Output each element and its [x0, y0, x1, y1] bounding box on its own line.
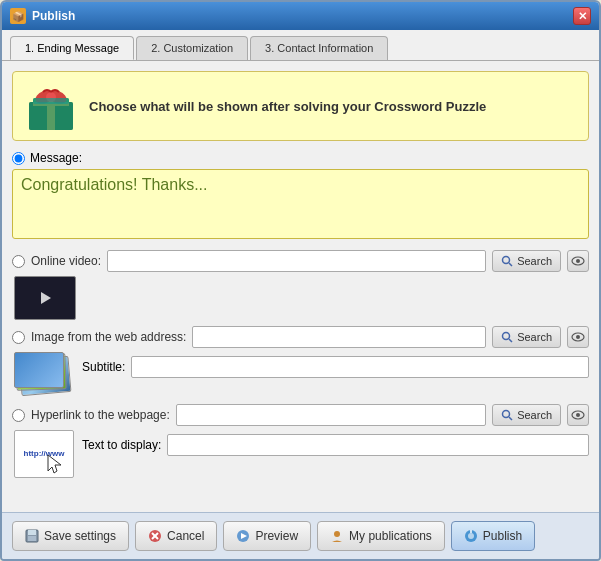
search-icon [501, 409, 513, 421]
subtitle-row: Subtitle: [82, 356, 589, 378]
hyperlink-row: Hyperlink to the webpage: Search [12, 404, 589, 426]
svg-point-21 [576, 413, 580, 417]
text-display-input[interactable] [167, 434, 589, 456]
preview-button[interactable]: Preview [223, 521, 311, 551]
message-radio-row: Message: [12, 151, 589, 165]
text-display-row: Text to display: [82, 434, 589, 456]
svg-point-33 [468, 533, 474, 539]
image-row: Image from the web address: Search [12, 326, 589, 348]
subtitle-label: Subtitle: [82, 360, 125, 374]
header-banner: Choose what will be shown after solving … [12, 71, 589, 141]
svg-point-14 [503, 333, 510, 340]
publish-icon [464, 529, 478, 543]
my-publications-button[interactable]: My publications [317, 521, 445, 551]
preview-icon [236, 529, 250, 543]
online-video-preview-button[interactable] [567, 250, 589, 272]
eye-icon [571, 410, 585, 420]
play-icon [35, 288, 55, 308]
online-video-radio[interactable] [12, 255, 25, 268]
svg-rect-8 [33, 98, 69, 104]
svg-marker-22 [48, 455, 61, 473]
search-icon [501, 255, 513, 267]
message-radio-label: Message: [30, 151, 82, 165]
svg-line-19 [509, 417, 512, 420]
tab-ending-message[interactable]: 1. Ending Message [10, 36, 134, 60]
online-video-search-button[interactable]: Search [492, 250, 561, 272]
hyperlink-preview-button[interactable] [567, 404, 589, 426]
svg-rect-25 [28, 536, 36, 541]
eye-icon [571, 332, 585, 342]
header-text: Choose what will be shown after solving … [89, 99, 486, 114]
message-section: Message: Congratulations! Thanks... [12, 151, 589, 242]
window-icon: 📦 [10, 8, 26, 24]
cancel-icon [148, 529, 162, 543]
svg-line-15 [509, 339, 512, 342]
online-video-url-input[interactable] [107, 250, 486, 272]
tab-customization[interactable]: 2. Customization [136, 36, 248, 60]
tab-contact-info[interactable]: 3. Contact Information [250, 36, 388, 60]
svg-marker-13 [41, 292, 51, 304]
close-button[interactable]: ✕ [573, 7, 591, 25]
image-label: Image from the web address: [31, 330, 186, 344]
title-bar-left: 📦 Publish [10, 8, 75, 24]
gift-icon [25, 80, 77, 132]
online-video-label: Online video: [31, 254, 101, 268]
save-settings-button[interactable]: Save settings [12, 521, 129, 551]
hyperlink-url-input[interactable] [176, 404, 486, 426]
search-icon [501, 331, 513, 343]
subtitle-input[interactable] [131, 356, 589, 378]
svg-rect-24 [28, 530, 36, 535]
content-area: Choose what will be shown after solving … [2, 61, 599, 512]
svg-point-9 [503, 257, 510, 264]
online-video-section: Online video: Search [12, 250, 589, 320]
svg-point-18 [503, 411, 510, 418]
image-radio[interactable] [12, 331, 25, 344]
save-icon [25, 529, 39, 543]
window-title: Publish [32, 9, 75, 23]
hyperlink-search-button[interactable]: Search [492, 404, 561, 426]
message-textarea[interactable]: Congratulations! Thanks... [12, 169, 589, 239]
hyperlink-label: Hyperlink to the webpage: [31, 408, 170, 422]
svg-rect-7 [29, 102, 73, 130]
image-url-input[interactable] [192, 326, 486, 348]
hyperlink-section: Hyperlink to the webpage: Search http://… [12, 404, 589, 478]
image-preview-button[interactable] [567, 326, 589, 348]
footer-bar: Save settings Cancel Preview My publicat… [2, 512, 599, 559]
image-search-button[interactable]: Search [492, 326, 561, 348]
image-section: Image from the web address: Search [12, 326, 589, 398]
online-video-row: Online video: Search [12, 250, 589, 272]
main-window: 📦 Publish ✕ 1. Ending Message 2. Customi… [0, 0, 601, 561]
publish-button[interactable]: Publish [451, 521, 535, 551]
svg-point-17 [576, 335, 580, 339]
message-radio[interactable] [12, 152, 25, 165]
eye-icon [571, 256, 585, 266]
title-bar: 📦 Publish ✕ [2, 2, 599, 30]
publications-icon [330, 529, 344, 543]
svg-point-12 [576, 259, 580, 263]
text-display-label: Text to display: [82, 438, 161, 452]
svg-line-10 [509, 263, 512, 266]
video-thumbnail [14, 276, 76, 320]
cancel-button[interactable]: Cancel [135, 521, 217, 551]
http-thumbnail: http://www [14, 430, 74, 478]
tabs-bar: 1. Ending Message 2. Customization 3. Co… [2, 30, 599, 61]
hyperlink-radio[interactable] [12, 409, 25, 422]
svg-point-31 [334, 531, 340, 537]
cursor-icon [46, 453, 72, 475]
image-thumbnail [14, 352, 74, 398]
